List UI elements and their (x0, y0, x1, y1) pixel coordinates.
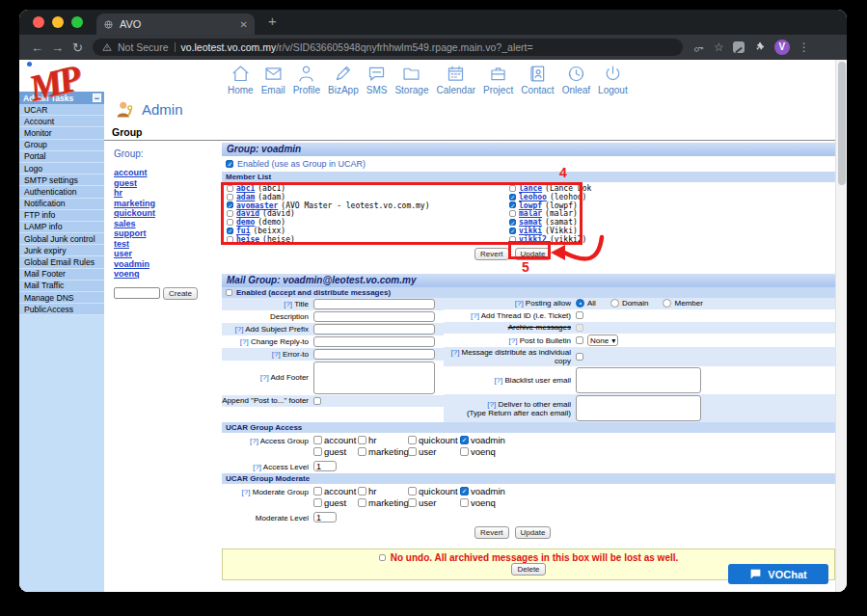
group-checkbox-item[interactable]: user (408, 497, 460, 508)
vochat-button[interactable]: VOChat (728, 564, 828, 584)
group-link[interactable]: support (114, 228, 222, 239)
create-group-button[interactable]: Create (163, 287, 198, 300)
minimize-window-button[interactable] (52, 16, 64, 28)
url-bar[interactable]: Not Secure vo.leotest.vo.com.my/r/v/SID6… (93, 39, 683, 56)
sidebar-item[interactable]: Group (19, 140, 104, 151)
group-checkbox[interactable] (408, 447, 417, 456)
group-checkbox[interactable] (408, 487, 417, 495)
group-checkbox-item[interactable]: hr (358, 435, 408, 445)
sidebar-item[interactable]: Mail Traffic (19, 281, 104, 292)
member-link[interactable]: lowpf (519, 201, 542, 210)
moderate-level-input[interactable] (313, 512, 337, 522)
bulletin-select[interactable]: None▾ (587, 335, 618, 346)
tab-close-icon[interactable]: ✕ (240, 19, 248, 30)
form-textarea[interactable] (576, 395, 701, 421)
group-checkbox-item[interactable]: account (313, 486, 358, 496)
nav-item-logout[interactable]: Logout (598, 64, 628, 95)
sidebar-item[interactable]: Junk expiry (19, 245, 104, 256)
nav-item-contact[interactable]: Contact (521, 64, 554, 95)
sidebar-item[interactable]: Logo (19, 163, 104, 174)
member-checkbox[interactable] (227, 194, 233, 201)
form-checkbox[interactable] (576, 311, 583, 319)
group-link[interactable]: voenq (114, 269, 222, 280)
app-logo[interactable]: MP (29, 62, 122, 104)
member-checkbox[interactable] (227, 201, 233, 208)
nav-item-sms[interactable]: SMS (366, 64, 388, 95)
forward-button[interactable]: → (47, 40, 68, 55)
form-text-input[interactable] (313, 324, 435, 335)
group-link[interactable]: guest (114, 178, 222, 189)
profile-avatar[interactable]: V (774, 40, 790, 55)
group-link[interactable]: user (114, 249, 222, 259)
member-link[interactable]: malar (519, 209, 542, 218)
help-link[interactable]: [?] (240, 337, 249, 346)
sidebar-item[interactable]: Account (19, 116, 104, 127)
group-checkbox-item[interactable]: marketing (358, 497, 408, 508)
help-link[interactable]: [?] (450, 348, 459, 357)
maximize-window-button[interactable] (71, 16, 83, 28)
help-link[interactable]: [?] (242, 488, 251, 496)
group-checkbox[interactable] (358, 447, 366, 456)
member-link[interactable]: lance (519, 184, 542, 193)
help-link[interactable]: [?] (272, 350, 281, 359)
member-link[interactable]: fui (236, 227, 250, 235)
group-checkbox[interactable] (460, 447, 469, 456)
member-link[interactable]: vikki (519, 227, 542, 235)
member-checkbox[interactable] (509, 210, 516, 217)
member-checkbox[interactable] (509, 185, 516, 192)
group-checkbox-item[interactable]: guest (313, 497, 358, 508)
member-link[interactable]: abc1 (236, 184, 255, 193)
member-link[interactable]: demo (236, 218, 255, 227)
member-link[interactable]: david (236, 209, 259, 218)
delete-confirm-checkbox[interactable] (379, 554, 386, 561)
nav-item-project[interactable]: Project (483, 64, 513, 95)
member-checkbox[interactable] (509, 194, 516, 201)
form-textarea[interactable] (576, 367, 701, 393)
member-checkbox[interactable] (227, 185, 233, 192)
sidebar-item[interactable]: Global Junk control (19, 233, 104, 245)
group-checkbox-item[interactable]: voadmin (460, 486, 514, 496)
nav-item-calendar[interactable]: Calendar (436, 64, 475, 95)
form-text-input[interactable] (313, 336, 435, 347)
help-link[interactable]: [?] (235, 325, 244, 334)
member-link[interactable]: vikki2 (519, 235, 547, 244)
member-checkbox[interactable] (227, 219, 233, 226)
group-link[interactable]: hr (114, 188, 222, 199)
help-link[interactable]: [?] (515, 299, 524, 308)
new-tab-button[interactable]: + (268, 13, 277, 28)
extension-icon[interactable] (733, 41, 745, 53)
menu-dots-icon[interactable]: ⋮ (799, 41, 810, 53)
member-link[interactable]: samat (519, 218, 542, 227)
form-checkbox[interactable] (576, 336, 583, 344)
help-link[interactable]: [?] (253, 463, 261, 471)
nav-item-onleaf[interactable]: Onleaf (562, 64, 590, 95)
back-button[interactable]: ← (27, 40, 47, 55)
group-link[interactable]: account (114, 168, 222, 178)
sidebar-item[interactable]: Global Email Rules (19, 256, 104, 268)
group-checkbox[interactable] (313, 498, 322, 507)
group-checkbox-item[interactable]: account (313, 435, 358, 445)
member-checkbox[interactable] (227, 236, 233, 243)
member-link[interactable]: adam (236, 193, 255, 201)
sidebar-item[interactable]: UCAR (19, 104, 104, 116)
group-checkbox-item[interactable]: marketing (358, 446, 408, 457)
help-link[interactable]: [?] (508, 336, 517, 345)
member-checkbox[interactable] (509, 228, 516, 234)
member-checkbox[interactable] (509, 219, 516, 226)
nav-item-profile[interactable]: Profile (293, 64, 320, 95)
group-checkbox-item[interactable]: voadmin (460, 435, 514, 445)
member-link[interactable]: leohoo (519, 193, 547, 201)
group-checkbox[interactable] (313, 447, 322, 456)
bookmark-star-icon[interactable]: ☆ (714, 41, 724, 53)
group-checkbox[interactable] (460, 498, 469, 507)
password-key-icon[interactable] (692, 41, 705, 54)
form-text-input[interactable] (313, 311, 435, 322)
update-button[interactable]: Update (515, 248, 552, 260)
form-checkbox[interactable] (313, 397, 321, 405)
group-link[interactable]: voadmin (114, 259, 222, 270)
delete-button[interactable]: Delete (511, 563, 545, 576)
group-enabled-checkbox[interactable] (226, 160, 233, 168)
group-checkbox-item[interactable]: voenq (460, 446, 514, 457)
sidebar-item[interactable]: Monitor (19, 127, 104, 139)
nav-item-storage[interactable]: Storage (394, 64, 428, 95)
